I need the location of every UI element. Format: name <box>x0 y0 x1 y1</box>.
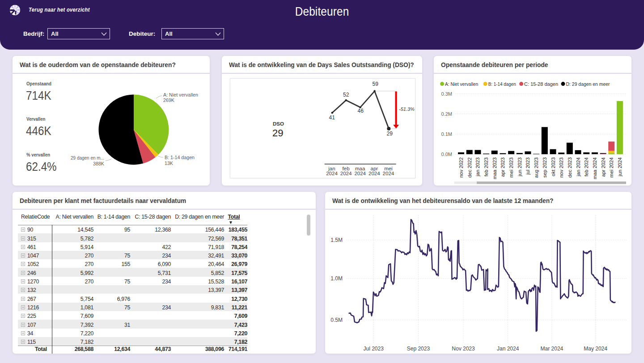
svg-text:nov 2023: nov 2023 <box>559 157 564 177</box>
svg-text:May 2024: May 2024 <box>584 346 607 352</box>
svg-text:0.2M: 0.2M <box>441 111 452 117</box>
svg-text:apr 2023: apr 2023 <box>500 157 505 177</box>
svg-text:B: 1-14 dagen: B: 1-14 dagen <box>165 155 195 160</box>
svg-text:B: 1-14 dagen: B: 1-14 dagen <box>488 81 516 87</box>
svg-text:jun 2024: jun 2024 <box>617 157 623 177</box>
svg-text:jan 2024: jan 2024 <box>576 157 581 177</box>
svg-text:Nov 2023: Nov 2023 <box>452 346 475 352</box>
svg-text:nov 2022: nov 2022 <box>458 157 464 177</box>
svg-text:2024: 2024 <box>383 171 394 176</box>
svg-text:jun 2023: jun 2023 <box>517 157 522 177</box>
svg-text:A: Niet vervallen: A: Niet vervallen <box>163 92 198 97</box>
svg-text:maa: maa <box>355 166 365 171</box>
svg-text:mei: mei <box>384 166 393 171</box>
svg-text:29 dagen en m...: 29 dagen en m... <box>71 155 104 160</box>
svg-text:dec 2023: dec 2023 <box>567 157 572 177</box>
svg-text:Jul 2023: Jul 2023 <box>364 346 384 352</box>
svg-text:0.0M: 0.0M <box>441 152 452 157</box>
svg-text:0.1M: 0.1M <box>441 131 452 137</box>
svg-text:dec 2022: dec 2022 <box>467 157 472 177</box>
svg-text:0.3M: 0.3M <box>441 91 452 97</box>
svg-text:59: 59 <box>373 81 379 87</box>
svg-text:maa 2024: maa 2024 <box>592 157 597 179</box>
svg-text:feb 2023: feb 2023 <box>483 157 489 177</box>
svg-text:2024: 2024 <box>369 171 380 176</box>
svg-text:jul 2023: jul 2023 <box>525 157 530 175</box>
svg-text:mei 2024: mei 2024 <box>609 157 614 177</box>
svg-text:feb 2024: feb 2024 <box>584 157 589 177</box>
svg-text:Mar 2024: Mar 2024 <box>541 346 564 352</box>
svg-text:46: 46 <box>358 108 364 114</box>
svg-text:jan: jan <box>328 166 335 171</box>
svg-text:0.5M: 0.5M <box>330 317 343 323</box>
svg-text:29: 29 <box>387 131 393 137</box>
svg-text:-51.3%: -51.3% <box>399 106 415 112</box>
svg-text:D: 29 dagen en meer: D: 29 dagen en meer <box>566 81 610 87</box>
svg-text:jan 2023: jan 2023 <box>475 157 480 177</box>
svg-text:okt 2023: okt 2023 <box>551 157 556 176</box>
svg-text:Jan 2024: Jan 2024 <box>497 346 519 352</box>
svg-text:52: 52 <box>343 92 349 98</box>
svg-text:13K: 13K <box>165 160 173 166</box>
svg-text:apr: apr <box>370 166 378 171</box>
svg-text:aug 2023: aug 2023 <box>534 157 539 178</box>
svg-text:1.5M: 1.5M <box>330 237 343 243</box>
svg-text:sep 2023: sep 2023 <box>542 157 547 177</box>
svg-text:2024: 2024 <box>340 171 352 176</box>
svg-text:apr 2024: apr 2024 <box>601 157 606 177</box>
svg-text:Sep 2023: Sep 2023 <box>407 346 430 352</box>
svg-text:2024: 2024 <box>326 171 338 176</box>
svg-text:A: Niet vervallen: A: Niet vervallen <box>445 81 478 87</box>
svg-text:1.0M: 1.0M <box>330 275 343 282</box>
svg-text:C: 15-28 dagen: C: 15-28 dagen <box>524 81 558 87</box>
svg-text:mei 2023: mei 2023 <box>508 157 514 177</box>
svg-text:maa 2023: maa 2023 <box>492 157 497 179</box>
svg-text:388K: 388K <box>93 161 104 166</box>
svg-text:269K: 269K <box>163 97 174 103</box>
svg-text:2024: 2024 <box>354 171 366 176</box>
svg-text:feb: feb <box>343 166 350 171</box>
svg-text:41: 41 <box>329 114 335 121</box>
